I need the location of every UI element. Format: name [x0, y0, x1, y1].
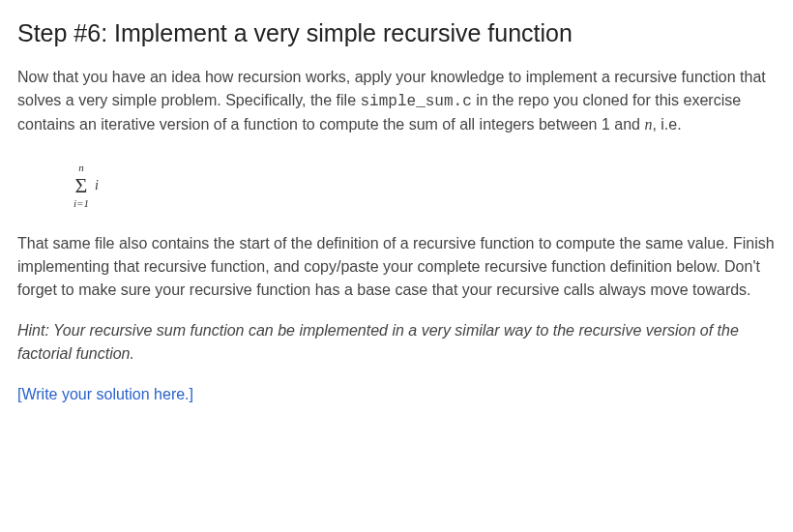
sigma-stack: n Σ i=1	[73, 163, 89, 209]
filename-code: simple_sum.c	[361, 93, 472, 110]
instruction-paragraph: That same file also contains the start o…	[17, 232, 776, 302]
step-heading: Step #6: Implement a very simple recursi…	[17, 15, 776, 52]
sigma-symbol: Σ	[75, 175, 88, 196]
sum-upper-bound: n	[78, 163, 84, 173]
intro-text-3: , i.e.	[652, 116, 681, 133]
sum-lower-bound: i=1	[73, 198, 89, 209]
hint-paragraph: Hint: Your recursive sum function can be…	[17, 319, 776, 366]
summation-formula: n Σ i=1 i	[73, 154, 776, 209]
sum-body: i	[95, 175, 99, 195]
solution-placeholder[interactable]: [Write your solution here.]	[17, 383, 776, 406]
intro-paragraph: Now that you have an idea how recursion …	[17, 66, 776, 136]
